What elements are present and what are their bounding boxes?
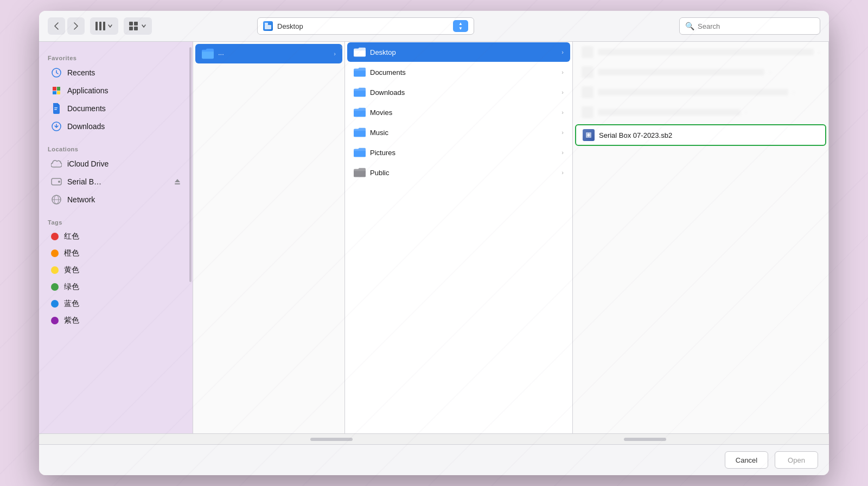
horizontal-scrollbar[interactable] <box>310 438 353 441</box>
favorites-section-label: Favorites <box>39 50 193 63</box>
sidebar-item-tag-橙色[interactable]: 橙色 <box>42 245 189 261</box>
sidebar-item-tag-红色[interactable]: 红色 <box>42 228 189 245</box>
mid-col-item-label: Public <box>370 169 557 177</box>
applications-icon <box>51 85 62 96</box>
columns-view-button[interactable] <box>90 17 118 35</box>
left-col-selected-item[interactable]: ··· › <box>195 44 342 63</box>
mid-col-item-desktop[interactable]: Desktop › <box>347 42 570 62</box>
cancel-button[interactable]: Cancel <box>725 451 768 469</box>
svg-rect-7 <box>265 25 271 29</box>
grid-view-chevron-icon <box>141 23 146 29</box>
sidebar-item-tag-紫色[interactable]: 紫色 <box>42 312 189 329</box>
sidebar-item-serial[interactable]: Serial B… <box>42 173 189 190</box>
column-left: ··· › › <box>193 42 345 433</box>
tag-dot <box>51 233 59 240</box>
forward-button[interactable] <box>67 17 85 35</box>
sidebar-item-downloads-label: Downloads <box>67 122 105 131</box>
sidebar-item-tag-蓝色[interactable]: 蓝色 <box>42 296 189 312</box>
selected-file-label: Serial Box 07-2023.sb2 <box>599 131 819 139</box>
path-text: Desktop <box>277 22 449 30</box>
blurred-item-3: › <box>575 82 826 102</box>
path-bar[interactable]: Desktop ▲ ▼ <box>257 17 474 35</box>
eject-icon <box>174 178 181 186</box>
bottom-bar: Cancel Open <box>39 444 829 475</box>
tag-dot <box>51 266 59 274</box>
blurred-item-4: › <box>575 103 826 122</box>
sidebar-item-applications[interactable]: Applications <box>42 82 189 99</box>
folder-icon-documents <box>354 66 366 78</box>
chevron-icon: › <box>334 50 336 57</box>
toolbar: Desktop ▲ ▼ 🔍 <box>39 11 829 42</box>
scroll-arrow-right: › <box>340 44 342 50</box>
tag-label: 绿色 <box>64 282 79 292</box>
chevron-icon: › <box>561 69 564 75</box>
tag-dot <box>51 283 59 291</box>
mid-col-item-public[interactable]: Public › <box>347 163 570 182</box>
mid-col-item-label: Desktop <box>370 48 557 56</box>
chevron-icon: › <box>561 129 564 136</box>
svg-rect-1 <box>99 22 101 30</box>
grid-view-button[interactable] <box>124 17 152 35</box>
svg-rect-8 <box>265 23 268 25</box>
mid-col-items: Desktop › Documents › Downloads › Movies <box>345 42 572 182</box>
mid-col-item-label: Movies <box>370 108 557 117</box>
tag-label: 黄色 <box>64 265 79 275</box>
sb2-file-icon <box>583 129 595 141</box>
folder-icon-music <box>354 126 366 138</box>
svg-rect-4 <box>134 22 138 25</box>
svg-rect-6 <box>134 27 138 30</box>
sidebar-item-tag-黄色[interactable]: 黄色 <box>42 262 189 278</box>
path-icon <box>263 21 273 31</box>
icloud-icon <box>51 158 62 169</box>
mid-col-item-movies[interactable]: Movies › <box>347 103 570 122</box>
tag-dot <box>51 300 59 308</box>
horizontal-scrollbar-2[interactable] <box>624 438 666 441</box>
svg-point-14 <box>58 181 60 183</box>
chevron-icon: › <box>561 109 564 116</box>
tag-dot <box>51 317 59 324</box>
sidebar-item-documents[interactable]: Documents <box>42 100 189 117</box>
tag-label: 红色 <box>64 232 79 241</box>
file-browser: ··· › › Desktop › <box>193 42 829 433</box>
file-dialog: Desktop ▲ ▼ 🔍 Favorites <box>39 11 829 475</box>
mid-col-item-downloads[interactable]: Downloads › <box>347 82 570 102</box>
sidebar-item-network[interactable]: Network <box>42 191 189 208</box>
mid-col-item-pictures[interactable]: Pictures › <box>347 143 570 162</box>
sidebar-item-downloads[interactable]: Downloads <box>42 118 189 135</box>
mid-col-item-label: Downloads <box>370 88 557 97</box>
sidebar-item-recents[interactable]: Recents <box>42 64 189 81</box>
tags-section-label: Tags <box>39 215 193 228</box>
path-stepper[interactable]: ▲ ▼ <box>453 20 468 32</box>
open-button[interactable]: Open <box>775 451 818 469</box>
network-icon <box>51 194 62 205</box>
column-right: › › › › <box>573 42 829 433</box>
tag-label: 橙色 <box>64 248 79 258</box>
back-button[interactable] <box>48 17 65 35</box>
nav-buttons <box>48 17 85 35</box>
sidebar-item-network-label: Network <box>67 195 95 204</box>
search-icon: 🔍 <box>685 22 694 30</box>
chevron-icon: › <box>561 89 564 95</box>
sidebar-item-icloud-label: iCloud Drive <box>67 159 108 168</box>
tag-label: 蓝色 <box>64 299 79 309</box>
locations-section-label: Locations <box>39 142 193 155</box>
tag-items: 红色 橙色 黄色 绿色 蓝色 紫色 <box>39 228 193 329</box>
recents-icon <box>51 67 62 78</box>
sidebar-item-icloud[interactable]: iCloud Drive <box>42 155 189 172</box>
search-bar: 🔍 <box>679 17 820 35</box>
search-input[interactable] <box>698 22 814 30</box>
selected-file-item[interactable]: Serial Box 07-2023.sb2 <box>575 124 826 146</box>
tag-dot <box>51 250 59 257</box>
folder-icon-downloads <box>354 86 366 98</box>
downloads-icon <box>51 121 62 132</box>
sidebar-item-documents-label: Documents <box>67 104 106 113</box>
mid-col-item-documents[interactable]: Documents › <box>347 62 570 82</box>
mid-col-item-music[interactable]: Music › <box>347 123 570 142</box>
chevron-icon: › <box>561 49 564 55</box>
sidebar-item-tag-绿色[interactable]: 绿色 <box>42 279 189 295</box>
sidebar-scrollbar[interactable] <box>189 47 192 282</box>
columns-view-chevron-icon <box>107 23 113 29</box>
svg-rect-11 <box>54 109 57 110</box>
svg-rect-10 <box>54 107 58 108</box>
sidebar: Favorites Recents <box>39 42 193 433</box>
